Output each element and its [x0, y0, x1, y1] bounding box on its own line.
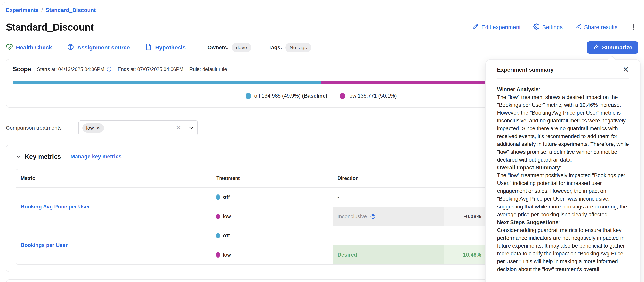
- owners-label: Owners:: [208, 45, 228, 51]
- share-icon: [575, 24, 581, 31]
- treatment-cell: low: [212, 245, 333, 264]
- share-results-label: Share results: [584, 24, 618, 31]
- panel-header: Experiment summary ✕: [486, 60, 640, 78]
- direction-cell: -: [333, 188, 444, 207]
- chevron-down-icon[interactable]: [188, 125, 194, 131]
- heart-check-icon: [6, 43, 13, 52]
- tags-pill[interactable]: No tags: [285, 43, 312, 52]
- comparison-treatments-label: Comparison treatments: [6, 125, 62, 131]
- legend-item-low: low 135,771 (50.1%): [340, 93, 398, 99]
- treatment-cell: off: [212, 188, 333, 207]
- legend-swatch-off: [246, 93, 251, 99]
- delta-value-cell: 10.46%: [444, 245, 486, 264]
- document-icon: [145, 43, 152, 52]
- settings-button[interactable]: Settings: [533, 24, 562, 31]
- tags-group: Tags: No tags: [268, 43, 312, 52]
- scope-starts-at: Starts at: 04/13/2025 04:06PM: [37, 66, 112, 72]
- direction-cell-inconclusive: Inconclusive: [333, 207, 444, 226]
- hypothesis-label: Hypothesis: [155, 44, 186, 51]
- hypothesis-link[interactable]: Hypothesis: [145, 43, 186, 52]
- experiment-summary-panel: Experiment summary ✕ Winner Analysis:The…: [485, 59, 641, 282]
- settings-label: Settings: [542, 24, 562, 31]
- header-row: Standard_Discount Edit experiment Settin…: [6, 22, 638, 33]
- breadcrumb: Experiments / Standard_Discount: [6, 0, 638, 13]
- sparkles-icon: [593, 44, 599, 51]
- owner-pill[interactable]: dave: [232, 43, 251, 52]
- summary-section: Winner Analysis:The "low" treatment show…: [497, 85, 629, 164]
- scope-rule: Rule: default rule: [189, 66, 227, 72]
- tags-label: Tags:: [268, 45, 282, 51]
- scope-title: Scope: [13, 66, 31, 73]
- metric-link-bookings-per-user[interactable]: Bookings per User: [16, 226, 212, 264]
- treatment-cell: off: [212, 226, 333, 245]
- scope-ends-at: Ends at: 07/07/2025 04:06PM: [118, 66, 184, 72]
- breadcrumb-separator: /: [41, 7, 43, 13]
- help-circle-icon[interactable]: [370, 214, 376, 219]
- info-icon[interactable]: [106, 66, 112, 72]
- delta-value-cell: -0.08%: [444, 207, 486, 226]
- direction-cell-desired: Desired: [333, 245, 444, 264]
- treatment-swatch-low: [216, 214, 220, 219]
- col-header-metric: Metric: [16, 169, 212, 188]
- edit-experiment-label: Edit experiment: [482, 24, 521, 31]
- treatment-swatch-low: [216, 252, 220, 257]
- edit-experiment-button[interactable]: Edit experiment: [472, 24, 521, 31]
- allocation-segment-off: [13, 81, 322, 84]
- treatment-swatch-off: [216, 194, 220, 200]
- page-title: Standard_Discount: [6, 22, 94, 33]
- share-results-button[interactable]: Share results: [575, 24, 618, 31]
- chip-remove-icon[interactable]: ✕: [96, 125, 100, 131]
- treatment-swatch-off: [216, 233, 220, 238]
- panel-title: Experiment summary: [497, 66, 554, 73]
- metric-link-booking-avg-price[interactable]: Booking Avg Price per User: [16, 188, 212, 226]
- collapse-chevron-icon[interactable]: [16, 154, 21, 159]
- select-divider: [184, 123, 185, 132]
- key-metrics-title: Key metrics: [24, 153, 61, 160]
- col-header-direction: Direction: [333, 169, 444, 188]
- treatments-select[interactable]: low ✕ ✕: [78, 120, 198, 135]
- meta-row: Health Check Assignment source Hypothesi…: [6, 42, 638, 54]
- breadcrumb-experiments[interactable]: Experiments: [6, 7, 39, 13]
- breadcrumb-current[interactable]: Standard_Discount: [46, 7, 96, 13]
- value-cell: [444, 226, 486, 245]
- gear-icon: [533, 24, 540, 31]
- summarize-label: Summarize: [602, 44, 632, 51]
- header-actions: Edit experiment Settings Share results ⋮: [472, 24, 638, 31]
- owners-group: Owners: dave: [208, 43, 251, 52]
- summarize-button[interactable]: Summarize: [587, 42, 638, 54]
- assignment-source-label: Assignment source: [77, 44, 130, 51]
- select-clear-icon[interactable]: ✕: [176, 124, 181, 132]
- more-options-kebab-icon[interactable]: ⋮: [630, 24, 637, 31]
- col-header-spacer: [444, 169, 486, 188]
- close-icon[interactable]: ✕: [623, 66, 629, 73]
- treatment-cell: low: [212, 207, 333, 226]
- value-cell: [444, 188, 486, 207]
- summary-section: Next Steps Suggestions:Consider adding g…: [497, 218, 629, 273]
- assignment-source-link[interactable]: Assignment source: [67, 43, 130, 52]
- col-header-treatment: Treatment: [212, 169, 333, 188]
- treatment-chip-low[interactable]: low ✕: [82, 123, 104, 132]
- health-check-label: Health Check: [16, 44, 52, 51]
- pencil-icon: [472, 24, 479, 31]
- legend-item-off: off 134,985 (49.9%)(Baseline): [246, 93, 327, 99]
- summary-section: Overall Impact Summary:The "low" treatme…: [497, 164, 629, 218]
- manage-key-metrics-link[interactable]: Manage key metrics: [70, 154, 122, 160]
- panel-body: Winner Analysis:The "low" treatment show…: [486, 79, 640, 281]
- health-check-link[interactable]: Health Check: [6, 43, 52, 52]
- legend-swatch-low: [340, 93, 345, 99]
- bullseye-icon: [67, 43, 74, 52]
- direction-cell: -: [333, 226, 444, 245]
